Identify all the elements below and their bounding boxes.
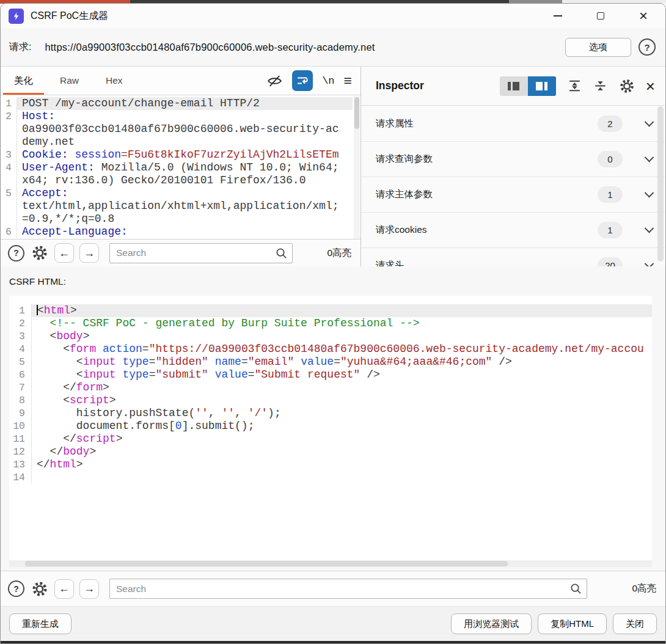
close-window-button[interactable]: ×	[636, 9, 651, 23]
line-content: Accept-Language:	[16, 225, 353, 238]
code-line[interactable]: 1<html>	[9, 304, 652, 317]
inspector-section-row[interactable]: 请求头20	[361, 248, 665, 266]
request-row: 请求: https://0a99003f03ccb01480af67b900c6…	[1, 28, 665, 67]
previous-match-button[interactable]: ←	[54, 243, 74, 263]
code-line[interactable]: 3Cookie: session=F5u6t8kIkoF7uzrZyilAjVh…	[1, 148, 353, 161]
footer-right-group: 用浏览器测试 复制HTML 关闭	[451, 613, 665, 634]
code-line[interactable]: text/html,application/xhtml+xml,applicat…	[1, 200, 353, 213]
code-line[interactable]: 2Host:	[1, 110, 353, 123]
code-line[interactable]: 14	[9, 471, 652, 484]
csrf-poc-dialog: CSRF PoC生成器 × 请求: https://0a99003f03ccb0…	[0, 3, 666, 644]
line-content: text/html,application/xhtml+xml,applicat…	[16, 200, 353, 213]
close-dialog-button[interactable]: 关闭	[613, 613, 657, 634]
csrf-search-toolbar: ? ← → 0高亮	[1, 571, 665, 606]
word-wrap-toggle[interactable]	[292, 70, 313, 91]
next-match-button[interactable]: →	[79, 579, 99, 599]
inspector-close-icon[interactable]: ×	[646, 78, 655, 94]
inspector-section-row[interactable]: 请求查询参数0	[361, 142, 665, 177]
line-content: =0.9,*/*;q=0.8	[16, 213, 353, 225]
chevron-down-icon[interactable]	[645, 188, 654, 198]
code-line[interactable]: 4User-Agent: Mozilla/5.0 (Windows NT 10.…	[1, 161, 353, 174]
request-code-area[interactable]: 1POST /my-account/change-email HTTP/22Ho…	[1, 96, 353, 239]
next-match-button[interactable]: →	[79, 243, 99, 263]
help-icon[interactable]: ?	[639, 38, 656, 56]
line-content: <body>	[31, 330, 652, 343]
count-badge: 2	[598, 115, 623, 132]
request-search-input[interactable]	[109, 243, 293, 263]
code-line[interactable]: 3 <body>	[9, 330, 652, 343]
search-help-icon[interactable]: ?	[8, 245, 24, 262]
inspector-section-row[interactable]: 请求属性2	[361, 106, 665, 142]
window-title: CSRF PoC生成器	[31, 10, 108, 23]
minimize-button[interactable]	[551, 9, 565, 23]
code-line[interactable]: 8 <script>	[9, 394, 652, 407]
code-line[interactable]: 6Accept-Language:	[1, 225, 353, 238]
code-line[interactable]: 11 </script>	[9, 433, 652, 445]
code-line[interactable]: 5 <input type="hidden" name="email" valu…	[9, 356, 652, 368]
editor-tab-icons: \n ≡	[266, 70, 360, 91]
highlight-count: 0高亮	[327, 247, 351, 260]
code-line[interactable]: 2 <!-- CSRF PoC - generated by Burp Suit…	[9, 317, 652, 330]
maximize-button[interactable]	[593, 9, 608, 23]
chevron-down-icon[interactable]	[645, 117, 654, 127]
csrf-code-editor[interactable]: 1<html>2 <!-- CSRF PoC - generated by Bu…	[9, 296, 652, 567]
previous-match-button[interactable]: ←	[54, 579, 74, 599]
inspector-section-row[interactable]: 请求cookies1	[361, 213, 665, 248]
search-help-icon[interactable]: ?	[8, 580, 24, 597]
code-line[interactable]: 0a99003f03ccb01480af67b900c60006.web-sec…	[1, 123, 353, 136]
code-line[interactable]: 5Accept:	[1, 187, 353, 200]
inspector-section-label: 请求头	[376, 259, 404, 266]
code-line[interactable]: 9 history.pushState('', '', '/');	[9, 407, 652, 420]
code-line[interactable]: x64; rv:136.0) Gecko/20100101 Firefox/13…	[1, 174, 353, 187]
tab-Hex[interactable]: Hex	[92, 67, 136, 95]
code-line[interactable]: 13</html>	[9, 458, 652, 471]
inspector-scrollbar[interactable]	[657, 106, 664, 262]
chevron-down-icon[interactable]	[645, 224, 654, 233]
inspector-section-row[interactable]: 请求主体参数1	[361, 177, 665, 213]
line-content: <html>	[31, 304, 652, 317]
csrf-editor-hscrollbar[interactable]	[9, 560, 652, 567]
show-newlines-toggle[interactable]: \n	[322, 75, 334, 87]
code-line[interactable]: 12 </body>	[9, 445, 652, 458]
line-number: 3	[9, 330, 31, 343]
csrf-search-input[interactable]	[109, 579, 587, 599]
expand-all-icon[interactable]	[567, 78, 582, 93]
editor-menu-icon[interactable]: ≡	[344, 74, 352, 88]
code-line[interactable]: demy.net	[1, 136, 353, 148]
inspector-layout-toggle	[500, 76, 556, 96]
hide-nonprintable-eye-icon[interactable]	[266, 73, 283, 89]
tab-美化[interactable]: 美化	[1, 67, 46, 95]
line-number	[1, 174, 16, 187]
count-badge: 0	[598, 151, 623, 167]
tab-Raw[interactable]: Raw	[46, 67, 92, 95]
layout-sidebar-left-button[interactable]	[500, 76, 528, 96]
test-in-browser-button[interactable]: 用浏览器测试	[451, 613, 532, 634]
code-line[interactable]: =0.9,*/*;q=0.8	[1, 213, 353, 225]
request-editor-scrollbar[interactable]	[354, 96, 360, 239]
line-number: 10	[9, 420, 31, 433]
code-line[interactable]: 1POST /my-account/change-email HTTP/2	[1, 97, 353, 110]
code-line[interactable]: 7 </form>	[9, 381, 652, 394]
line-number: 7	[9, 381, 31, 394]
search-field-wrap	[109, 579, 587, 599]
line-number: 4	[9, 343, 31, 356]
chevron-down-icon[interactable]	[645, 153, 654, 163]
code-line[interactable]: 4 <form action="https://0a99003f03ccb014…	[9, 343, 652, 356]
code-line[interactable]: 10 document.forms[0].submit();	[9, 420, 652, 433]
inspector-settings-gear-icon[interactable]	[618, 78, 635, 95]
code-line[interactable]: 6 <input type="submit" value="Submit req…	[9, 368, 652, 381]
regenerate-button[interactable]: 重新生成	[9, 613, 71, 634]
options-button[interactable]: 选项	[565, 38, 631, 57]
count-badge: 1	[598, 186, 623, 203]
line-number: 11	[9, 433, 31, 445]
inspector-section-label: 请求属性	[376, 117, 414, 130]
layout-sidebar-right-button[interactable]	[528, 76, 556, 96]
copy-html-button[interactable]: 复制HTML	[538, 613, 607, 634]
collapse-all-icon[interactable]	[593, 78, 608, 93]
search-settings-gear-icon[interactable]	[31, 580, 49, 598]
line-content: document.forms[0].submit();	[31, 420, 652, 433]
csrf-html-label: CSRF HTML:	[9, 276, 66, 287]
inspector-header: Inspector	[361, 67, 665, 106]
chevron-down-icon[interactable]	[645, 259, 654, 266]
search-settings-gear-icon[interactable]	[31, 244, 49, 262]
